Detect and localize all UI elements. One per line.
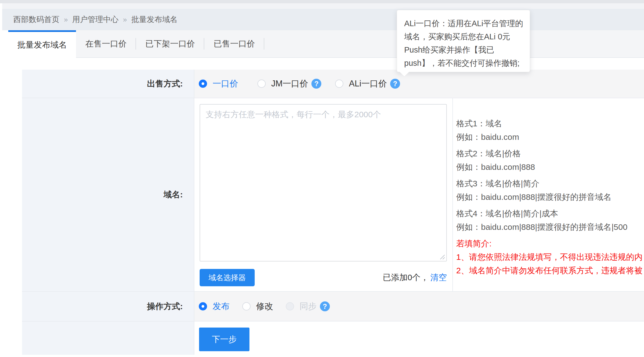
breadcrumb-item-home[interactable]: 西部数码首页 [13,14,59,25]
format-help-item: 格式4：域名|价格|简介|成本 例如：baidu.com|888|摆渡很好的拼音… [456,207,644,234]
row-submit: 下一步 [22,321,644,355]
radio-unselected-icon[interactable] [242,302,251,310]
breadcrumb-separator-icon: » [64,15,68,24]
format-title: 格式1：域名 [456,117,644,130]
window-top-strip [0,0,644,3]
format-title: 格式3：域名|价格|简介 [456,177,644,190]
format-help-item: 格式2：域名|价格 例如：baidu.com|888 [456,147,644,174]
help-icon[interactable]: ? [320,301,330,311]
domains-textarea-wrap [200,104,447,261]
format-example: 例如：baidu.com|888|摆渡很好的拼音域名 [456,190,644,204]
textarea-resize-handle[interactable] [439,254,445,260]
added-count: 已添加0个，清空 [383,272,447,283]
tooltip-text: ALi一口价：适用在ALi平台管理的域名，买家购买后您在ALi 0元Push给买… [404,19,523,67]
format-help-pane: 格式1：域名 例如：baidu.com 格式2：域名|价格 例如：baidu.c… [452,98,644,291]
radio-label[interactable]: ALi一口价 [349,78,387,89]
warning-line: 1、请您依照法律法规填写，不得出现违法违规的内 [456,250,644,264]
row-sell-mode: 出售方式: 一口价 JM一口价 ? ALi一口价 ? [22,70,644,98]
tab-delisted[interactable]: 已下架一口价 [136,30,204,57]
warning-title: 若填简介: [456,237,644,250]
radio-sync: 同步 ? [286,301,330,312]
sell-mode-options: 一口价 JM一口价 ? ALi一口价 ? [194,70,644,98]
radio-modify[interactable]: 修改 [242,301,273,312]
radio-label: 同步 [300,301,317,312]
format-help-item: 格式1：域名 例如：baidu.com [456,117,644,144]
spacer [0,58,644,70]
breadcrumb-separator-icon: » [123,15,127,24]
clear-link[interactable]: 清空 [430,273,447,282]
tab-bar-left-spacer [0,30,8,58]
tab-on-sale[interactable]: 在售一口价 [76,30,136,57]
operation-mode-label: 操作方式: [22,292,194,321]
breadcrumb-item-current: 批量发布域名 [131,14,178,25]
radio-fixed-price[interactable]: 一口价 [199,78,238,89]
radio-label[interactable]: 一口价 [213,78,238,89]
radio-selected-icon[interactable] [199,302,207,310]
domains-input-pane: 域名选择器 已添加0个，清空 [194,98,452,291]
domains-label: 域名: [22,98,194,291]
radio-disabled-icon [286,302,294,310]
format-warning-block: 若填简介: 1、请您依照法律法规填写，不得出现违法违规的内 2、域名简介中请勿发… [456,237,644,277]
format-title: 格式2：域名|价格 [456,147,644,160]
radio-label[interactable]: 修改 [256,301,273,312]
ali-help-tooltip: ALi一口价：适用在ALi平台管理的域名，买家购买后您在ALi 0元Push给买… [397,10,530,72]
tab-sold[interactable]: 已售一口价 [204,30,264,57]
domain-selector-button[interactable]: 域名选择器 [200,269,255,286]
tab-label: 已下架一口价 [145,38,195,50]
publish-form: 出售方式: 一口价 JM一口价 ? ALi一口价 ? 域名: [22,70,644,355]
format-example: 例如：baidu.com [456,130,644,144]
domains-content: 域名选择器 已添加0个，清空 格式1：域名 例如：baidu.com 格式2：域… [194,98,644,291]
added-count-text: 已添加0个， [383,273,429,282]
domains-textarea[interactable] [200,104,447,261]
help-icon[interactable]: ? [311,79,321,89]
warning-line: 2、域名简介中请勿发布任何联系方式，违规者将被 [456,264,644,277]
breadcrumb-item-user-center[interactable]: 用户管理中心 [72,14,118,25]
format-help-item: 格式3：域名|价格|简介 例如：baidu.com|888|摆渡很好的拼音域名 [456,177,644,204]
radio-publish[interactable]: 发布 [199,301,230,312]
help-icon[interactable]: ? [390,79,400,89]
domains-toolbar: 域名选择器 已添加0个，清空 [200,269,447,286]
radio-unselected-icon[interactable] [257,80,266,88]
tab-label: 已售一口价 [214,38,255,50]
radio-unselected-icon[interactable] [335,80,343,88]
radio-label[interactable]: JM一口价 [271,78,308,89]
format-example: 例如：baidu.com|888|摆渡很好的拼音域名|500 [456,220,644,234]
format-title: 格式4：域名|价格|简介|成本 [456,207,644,220]
submit-label-cell [22,321,194,355]
format-example: 例如：baidu.com|888 [456,160,644,174]
tab-bar-rest: 在售一口价 已下架一口价 已售一口价 [76,30,644,58]
radio-ali-fixed-price[interactable]: ALi一口价 ? [335,78,400,89]
row-operation-mode: 操作方式: 发布 修改 同步 ? [22,291,644,321]
tab-label: 批量发布域名 [17,39,67,51]
tab-label: 在售一口价 [85,38,127,50]
operation-mode-options: 发布 修改 同步 ? [194,292,644,321]
sell-mode-label: 出售方式: [22,70,194,98]
breadcrumb: 西部数码首页 » 用户管理中心 » 批量发布域名 [2,9,644,30]
tab-batch-publish[interactable]: 批量发布域名 [8,30,76,58]
header-light-strip [2,3,644,9]
tab-bar: 批量发布域名 在售一口价 已下架一口价 已售一口价 [0,30,644,58]
radio-jm-fixed-price[interactable]: JM一口价 ? [257,78,321,89]
next-step-button[interactable]: 下一步 [199,328,249,351]
radio-selected-icon[interactable] [199,80,207,88]
submit-content: 下一步 [194,321,644,355]
radio-label[interactable]: 发布 [213,301,230,312]
row-domains: 域名: 域名选择器 已添加0个，清空 格式1：域名 [22,98,644,291]
